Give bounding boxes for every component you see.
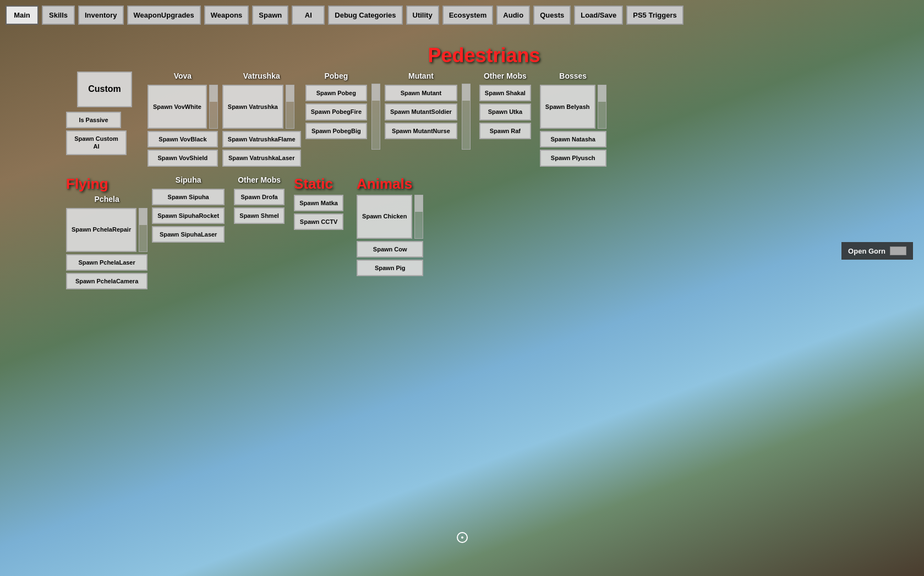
nav-spawn[interactable]: Spawn — [252, 6, 288, 25]
nav-ai[interactable]: AI — [292, 6, 325, 25]
vatrushka-buttons: Spawn Vatrushka Spawn VatrushkaFlame Spa… — [222, 85, 301, 167]
spawn-vovshield[interactable]: Spawn VovShield — [147, 150, 218, 166]
nav-audio[interactable]: Audio — [496, 6, 530, 25]
spawn-pig[interactable]: Spawn Pig — [357, 260, 423, 276]
mutant-title: Mutant — [408, 72, 434, 80]
static-section: Static Spawn Matka Spawn CCTV — [294, 175, 343, 231]
nav-skills[interactable]: Skills — [42, 6, 75, 25]
sipuha-group: Sipuha Spawn Sipuha Spawn SipuhaRocket S… — [152, 175, 225, 243]
spawn-shakal[interactable]: Spawn Shakal — [479, 85, 531, 101]
open-gorn-label: Open Gorn — [848, 247, 885, 255]
mutant-group: Mutant Spawn Mutant Spawn MutantSoldier … — [385, 72, 457, 139]
pobeg-group: Pobeg Spawn Pobeg Spawn PobegFire Spawn … — [305, 72, 367, 139]
vatrushka-title: Vatrushka — [243, 72, 280, 80]
cursor-dot — [457, 532, 468, 543]
other-mobs-bottom-title: Other Mobs — [238, 175, 281, 184]
spawn-belyash[interactable]: Spawn Belyash — [540, 85, 595, 129]
custom-button[interactable]: Custom — [77, 72, 132, 107]
pedestrians-section: Pedestrians — [66, 44, 902, 67]
flying-title: Flying — [66, 175, 147, 193]
spawn-mutantnurse[interactable]: Spawn MutantNurse — [385, 123, 457, 139]
spawn-vatrushkalaser[interactable]: Spawn VatrushkaLaser — [222, 150, 301, 166]
nav-main[interactable]: Main — [6, 6, 39, 25]
spawn-plyusch[interactable]: Spawn Plyusch — [540, 150, 606, 166]
nav-ecosystem[interactable]: Ecosystem — [442, 6, 494, 25]
nav-loadsave[interactable]: Load/Save — [574, 6, 623, 25]
other-mobs-top-title: Other Mobs — [484, 72, 527, 80]
spawn-overlay: Pedestrians Custom Is Passive Spawn Cust… — [66, 44, 902, 543]
pobeg-buttons: Spawn Pobeg Spawn PobegFire Spawn PobegB… — [305, 85, 367, 139]
other-mobs-bottom-buttons: Spawn Drofa Spawn Shmel — [234, 189, 285, 224]
spawn-vatrushkaflame[interactable]: Spawn VatrushkaFlame — [222, 131, 301, 147]
sipuha-title: Sipuha — [176, 175, 201, 184]
spawn-natasha[interactable]: Spawn Natasha — [540, 131, 606, 147]
mutant-buttons: Spawn Mutant Spawn MutantSoldier Spawn M… — [385, 85, 457, 139]
pedestrians-title: Pedestrians — [428, 44, 540, 67]
custom-group: Custom — [66, 72, 143, 107]
spawn-pchelalar[interactable]: Spawn PchelaLaser — [66, 254, 147, 271]
spawn-sipuhalaser[interactable]: Spawn SipuhaLaser — [152, 226, 225, 243]
animals-buttons: Spawn Chicken Spawn Cow Spawn Pig — [357, 195, 423, 277]
spawn-chicken[interactable]: Spawn Chicken — [357, 195, 412, 239]
other-mobs-top-group: Other Mobs Spawn Shakal Spawn Utka Spawn… — [475, 72, 535, 139]
spawn-sipuharocket[interactable]: Spawn SipuhaRocket — [152, 207, 225, 224]
nav-quests[interactable]: Quests — [533, 6, 571, 25]
pchela-group: Pchela Spawn PchelaRepair Spawn PchelaLa… — [66, 195, 147, 290]
spawn-drofa[interactable]: Spawn Drofa — [234, 189, 285, 205]
spawn-mutantsoldier[interactable]: Spawn MutantSoldier — [385, 103, 457, 120]
open-gorn-panel: Open Gorn — [841, 242, 913, 260]
spawn-raf[interactable]: Spawn Raf — [479, 123, 531, 139]
spawn-pchelacamera[interactable]: Spawn PchelaCamera — [66, 273, 147, 289]
spawn-shmel[interactable]: Spawn Shmel — [234, 207, 285, 224]
other-mobs-top-buttons: Spawn Shakal Spawn Utka Spawn Raf — [479, 85, 531, 139]
vova-buttons: Spawn VovWhite Spawn VovBlack Spawn VovS… — [147, 85, 218, 167]
nav-weapons[interactable]: Weapons — [204, 6, 249, 25]
spawn-custom-ai-button[interactable]: Spawn Custom AI — [66, 130, 127, 155]
pobeg-title: Pobeg — [324, 72, 348, 80]
animals-title: Animals — [357, 175, 423, 193]
spawn-matka[interactable]: Spawn Matka — [294, 195, 343, 211]
spawn-vovwhite[interactable]: Spawn VovWhite — [147, 85, 207, 129]
spawn-mutant[interactable]: Spawn Mutant — [385, 85, 457, 101]
nav-inventory[interactable]: Inventory — [78, 6, 124, 25]
flying-section: Flying Pchela Spawn PchelaRepair Spawn P… — [66, 175, 147, 290]
spawn-cow[interactable]: Spawn Cow — [357, 241, 423, 257]
vatrushka-group: Vatrushka Spawn Vatrushka Spawn Vatrushk… — [222, 72, 301, 167]
pchela-buttons: Spawn PchelaRepair Spawn PchelaLaser Spa… — [66, 208, 147, 290]
vova-group: Vova Spawn VovWhite Spawn VovBlack Spawn… — [147, 72, 218, 167]
bosses-buttons: Spawn Belyash Spawn Natasha Spawn Plyusc… — [540, 85, 606, 167]
other-mobs-bottom-group: Other Mobs Spawn Drofa Spawn Shmel — [229, 175, 289, 224]
static-buttons: Spawn Matka Spawn CCTV — [294, 195, 343, 231]
sipuha-buttons: Spawn Sipuha Spawn SipuhaRocket Spawn Si… — [152, 189, 225, 243]
spawn-sipuha[interactable]: Spawn Sipuha — [152, 189, 225, 205]
spawn-vatrushka[interactable]: Spawn Vatrushka — [222, 85, 283, 129]
static-title: Static — [294, 175, 343, 193]
bosses-title: Bosses — [559, 72, 587, 80]
spawn-pobegbig[interactable]: Spawn PobegBig — [305, 123, 367, 139]
bosses-group: Bosses Spawn Belyash Spawn Natasha Spawn… — [540, 72, 606, 167]
pchela-title: Pchela — [95, 195, 119, 204]
vova-title: Vova — [174, 72, 192, 80]
nav-debug[interactable]: Debug Categories — [328, 6, 402, 25]
nav-weaponupgrades[interactable]: WeaponUpgrades — [127, 6, 201, 25]
spawn-vovblack[interactable]: Spawn VovBlack — [147, 131, 218, 147]
open-gorn-toggle[interactable] — [890, 246, 906, 255]
animals-section: Animals Spawn Chicken Spawn Cow Spawn Pi… — [357, 175, 423, 277]
topnav: Main Skills Inventory WeaponUpgrades Wea… — [6, 6, 918, 25]
spawn-cctv[interactable]: Spawn CCTV — [294, 213, 343, 230]
is-passive-button[interactable]: Is Passive — [66, 112, 121, 128]
spawn-pchelarepair[interactable]: Spawn PchelaRepair — [66, 208, 136, 252]
nav-utility[interactable]: Utility — [406, 6, 439, 25]
nav-ps5triggers[interactable]: PS5 Triggers — [626, 6, 683, 25]
bottom-section: Flying Pchela Spawn PchelaRepair Spawn P… — [66, 175, 902, 290]
spawn-pobegfire[interactable]: Spawn PobegFire — [305, 103, 367, 120]
spawn-pobeg[interactable]: Spawn Pobeg — [305, 85, 367, 101]
spawn-utka[interactable]: Spawn Utka — [479, 103, 531, 120]
left-panel: Custom Is Passive Spawn Custom AI — [66, 72, 143, 155]
custom-controls: Is Passive Spawn Custom AI — [66, 112, 143, 155]
